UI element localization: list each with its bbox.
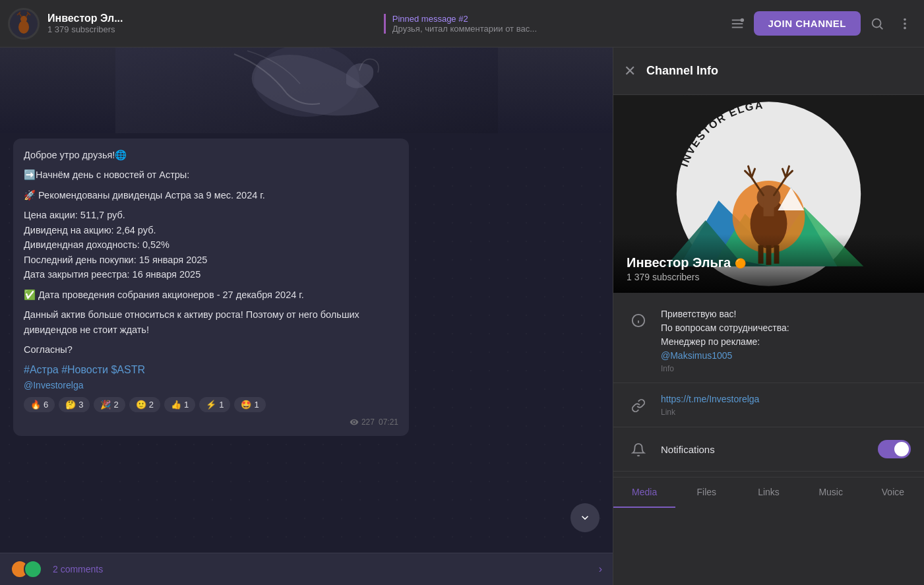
tab-links[interactable]: Links: [737, 477, 799, 508]
channel-avatar: [8, 8, 40, 40]
link-icon: [627, 394, 650, 417]
reaction-star-eyes[interactable]: 🤩 1: [234, 397, 265, 412]
pinned-preview: Друзья, читал комментарии от вас...: [392, 24, 590, 34]
message-line-6: Данный актив больше относиться к активу …: [24, 307, 398, 337]
author-mention[interactable]: @Investorelga: [24, 380, 83, 390]
reaction-bolt[interactable]: ⚡ 1: [199, 397, 230, 412]
notifications-row: Notifications: [613, 427, 924, 472]
panel-title: Channel Info: [646, 64, 718, 78]
comments-count[interactable]: 2 comments: [53, 564, 103, 574]
channel-link[interactable]: https://t.me/Investorelga: [661, 392, 911, 406]
comment-avatars: [11, 560, 37, 578]
svg-point-7: [873, 18, 881, 27]
reaction-think[interactable]: 🤔 3: [59, 397, 90, 412]
message-bubble: Доброе утро друзья!🌐 ➡️Начнём день с нов…: [13, 139, 409, 436]
hashtag-ticker[interactable]: $ASTR: [111, 364, 145, 375]
more-button[interactable]: [894, 13, 916, 35]
info-mention[interactable]: @Maksimus1005: [661, 350, 732, 361]
info-type-label: Info: [661, 364, 911, 373]
overlay-channel-subs: 1 379 subscribers: [627, 272, 911, 282]
pinned-label: Pinned message #2: [392, 14, 716, 24]
comments-arrow-icon: ›: [599, 563, 602, 575]
join-channel-button[interactable]: JOIN CHANNEL: [754, 11, 861, 36]
tab-voice[interactable]: Voice: [862, 477, 924, 508]
channel-name-block: Инвестор Эл... 1 379 subscribers: [47, 13, 371, 34]
pinned-block[interactable]: Pinned message #2 Друзья, читал коммента…: [384, 14, 716, 34]
notifications-toggle[interactable]: [878, 440, 911, 458]
message-hashtags: #Астра #Новости $ASTR: [24, 364, 398, 376]
message-container: Доброе утро друзья!🌐 ➡️Начнём день с нов…: [0, 133, 613, 441]
message-text: Доброе утро друзья!🌐 ➡️Начнём день с нов…: [24, 148, 398, 357]
reaction-thumbsup[interactable]: 👍 1: [164, 397, 195, 412]
message-line-3: 🚀 Рекомендованы дивиденды Астра за 9 мес…: [24, 188, 398, 202]
commenter-avatar-2: [24, 560, 42, 578]
tab-music[interactable]: Music: [800, 477, 862, 508]
link-content: https://t.me/Investorelga Link: [661, 392, 911, 417]
svg-line-8: [880, 26, 882, 29]
link-row: https://t.me/Investorelga Link: [613, 383, 924, 427]
reaction-fire[interactable]: 🔥 6: [24, 397, 55, 412]
message-views: 227: [350, 417, 375, 427]
chat-scroll[interactable]: Доброе утро друзья!🌐 ➡️Начнём день с нов…: [0, 47, 613, 553]
info-text-row: Приветствую вас! По вопросам сотрудничес…: [613, 298, 924, 383]
message-line-5: ✅ Дата проведения собрания акционеров - …: [24, 288, 398, 302]
comments-bar[interactable]: 2 comments ›: [0, 553, 613, 585]
close-panel-button[interactable]: ✕: [624, 63, 636, 80]
svg-rect-20: [764, 202, 774, 216]
message-line-1: Доброе утро друзья!🌐: [24, 148, 398, 162]
hashtag-astra[interactable]: #Астра: [24, 364, 59, 375]
link-type-label: Link: [661, 408, 911, 417]
info-circle-icon: [627, 309, 650, 332]
message-line-7: Согласны?: [24, 342, 398, 357]
channel-name: Инвестор Эл...: [47, 13, 371, 24]
svg-point-10: [904, 22, 906, 25]
svg-point-9: [904, 18, 906, 20]
info-rows: Приветствую вас! По вопросам сотрудничес…: [613, 293, 924, 477]
info-text-content: Приветствую вас! По вопросам сотрудничес…: [661, 307, 911, 373]
reaction-party[interactable]: 🎉 2: [94, 397, 125, 412]
hashtag-news[interactable]: #Новости: [61, 364, 108, 375]
message-image: [0, 47, 613, 133]
bell-icon: [627, 438, 650, 462]
channel-subs: 1 379 subscribers: [47, 24, 371, 34]
notifications-label: Notifications: [661, 444, 867, 455]
message-meta: 227 07:21: [24, 417, 398, 427]
search-button[interactable]: [866, 13, 888, 35]
right-panel: ✕ Channel Info: [613, 47, 924, 585]
bottom-tabs: Media Files Links Music Voice: [613, 477, 924, 508]
channel-info-scroll[interactable]: INVESTOR ELGA Инвестор Эльга 🟠 1 379 sub…: [613, 95, 924, 585]
svg-point-6: [740, 18, 744, 22]
top-header: Инвестор Эл... 1 379 subscribers Pinned …: [0, 0, 924, 47]
online-indicator: 🟠: [735, 258, 746, 268]
views-count: 227: [361, 417, 375, 427]
panel-header: ✕ Channel Info: [613, 47, 924, 95]
tab-media[interactable]: Media: [613, 477, 675, 508]
list-icon-button[interactable]: [726, 13, 749, 35]
reactions-row: 🔥 6 🤔 3 🎉 2 🙂 2 👍 1 ⚡ 1 🤩 1: [24, 397, 398, 412]
message-stock-info: Цена акции: 511,7 руб. Дивиденд на акцию…: [24, 208, 398, 282]
chat-panel: Доброе утро друзья!🌐 ➡️Начнём день с нов…: [0, 47, 613, 585]
chevron-down-icon: [578, 511, 592, 524]
channel-overlay-name: Инвестор Эльга 🟠 1 379 subscribers: [613, 234, 924, 293]
info-description: Приветствую вас! По вопросам сотрудничес…: [661, 307, 911, 363]
reaction-smile[interactable]: 🙂 2: [129, 397, 160, 412]
views-icon: [350, 417, 359, 427]
svg-point-11: [904, 26, 906, 29]
image-content: [115, 47, 498, 133]
header-actions: JOIN CHANNEL: [726, 11, 917, 36]
tab-files[interactable]: Files: [675, 477, 737, 508]
big-avatar-area: INVESTOR ELGA Инвестор Эльга 🟠 1 379 sub…: [613, 95, 924, 293]
main-area: Доброе утро друзья!🌐 ➡️Начнём день с нов…: [0, 47, 924, 585]
message-time: 07:21: [379, 417, 398, 427]
channel-link-anchor[interactable]: https://t.me/Investorelga: [661, 394, 759, 404]
message-author: @Investorelga: [24, 380, 398, 390]
toggle-knob: [894, 442, 909, 456]
scroll-down-button[interactable]: [570, 503, 600, 532]
overlay-channel-name: Инвестор Эльга 🟠: [627, 255, 911, 270]
message-line-2: ➡️Начнём день с новостей от Астры:: [24, 168, 398, 182]
